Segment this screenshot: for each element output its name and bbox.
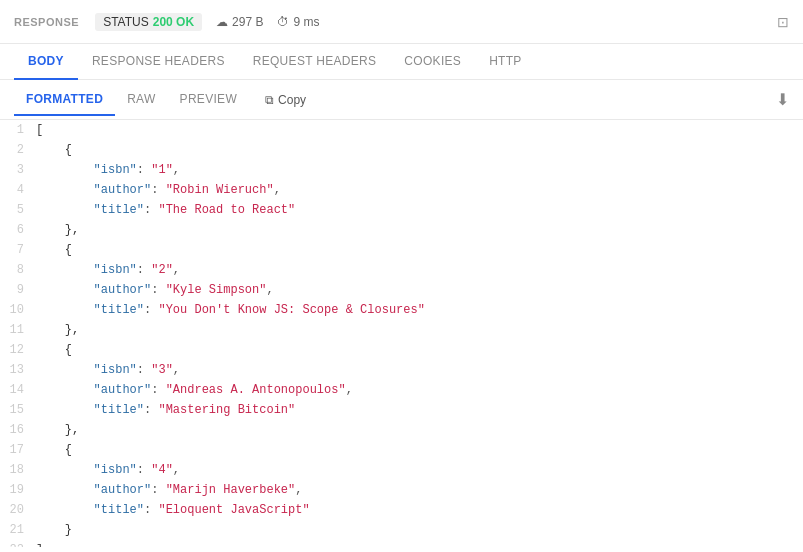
- line-number: 9: [0, 280, 36, 300]
- status-label: STATUS: [103, 15, 149, 29]
- size-value: 297 B: [232, 15, 263, 29]
- json-string: "1": [151, 163, 173, 177]
- line-number: 12: [0, 340, 36, 360]
- cloud-icon: ☁: [216, 15, 228, 29]
- tab-cookies[interactable]: COOKIES: [390, 44, 475, 80]
- tab-http[interactable]: HTTP: [475, 44, 536, 80]
- json-bracket: },: [65, 423, 79, 437]
- sub-tabs: FORMATTED RAW PREVIEW ⧉ Copy ⬇: [0, 80, 803, 120]
- code-line: 20 "title": "Eloquent JavaScript": [0, 500, 803, 520]
- line-number: 11: [0, 320, 36, 340]
- json-punct: :: [151, 383, 165, 397]
- line-number: 18: [0, 460, 36, 480]
- size-info: ☁ 297 B: [216, 15, 263, 29]
- code-line: 14 "author": "Andreas A. Antonopoulos",: [0, 380, 803, 400]
- code-line: 10 "title": "You Don't Know JS: Scope & …: [0, 300, 803, 320]
- json-punct: [36, 523, 65, 537]
- expand-button[interactable]: ⊡: [777, 14, 789, 30]
- time-info: ⏱ 9 ms: [277, 15, 319, 29]
- json-punct: [36, 303, 94, 317]
- code-line: 16 },: [0, 420, 803, 440]
- code-line: 13 "isbn": "3",: [0, 360, 803, 380]
- json-string: "4": [151, 463, 173, 477]
- copy-label: Copy: [278, 93, 306, 107]
- line-content: "author": "Marijn Haverbeke",: [36, 480, 803, 500]
- json-bracket: ]: [36, 543, 43, 547]
- tab-response-headers[interactable]: RESPONSE HEADERS: [78, 44, 239, 80]
- json-bracket: {: [65, 243, 72, 257]
- line-number: 15: [0, 400, 36, 420]
- line-content: "author": "Kyle Simpson",: [36, 280, 803, 300]
- line-content: },: [36, 220, 803, 240]
- line-number: 14: [0, 380, 36, 400]
- json-punct: ,: [173, 363, 180, 377]
- json-key: "isbn": [94, 263, 137, 277]
- status-badge: STATUS 200 OK: [95, 13, 202, 31]
- json-punct: ,: [173, 163, 180, 177]
- json-key: "author": [94, 483, 152, 497]
- json-string: "You Don't Know JS: Scope & Closures": [158, 303, 424, 317]
- main-tabs: BODY RESPONSE HEADERS REQUEST HEADERS CO…: [0, 44, 803, 80]
- json-punct: [36, 203, 94, 217]
- json-punct: [36, 423, 65, 437]
- json-string: "Mastering Bitcoin": [158, 403, 295, 417]
- tab-body[interactable]: BODY: [14, 44, 78, 80]
- json-punct: :: [137, 163, 151, 177]
- json-punct: [36, 283, 94, 297]
- json-key: "title": [94, 303, 144, 317]
- meta-info: ☁ 297 B ⏱ 9 ms: [216, 15, 319, 29]
- subtab-preview[interactable]: PREVIEW: [168, 84, 249, 116]
- line-content: "title": "You Don't Know JS: Scope & Clo…: [36, 300, 803, 320]
- json-punct: :: [151, 483, 165, 497]
- json-punct: [36, 143, 65, 157]
- line-content: "isbn": "1",: [36, 160, 803, 180]
- json-key: "title": [94, 403, 144, 417]
- code-line: 9 "author": "Kyle Simpson",: [0, 280, 803, 300]
- json-bracket: {: [65, 143, 72, 157]
- code-line: 22]: [0, 540, 803, 547]
- json-string: "Kyle Simpson": [166, 283, 267, 297]
- code-line: 15 "title": "Mastering Bitcoin": [0, 400, 803, 420]
- code-line: 19 "author": "Marijn Haverbeke",: [0, 480, 803, 500]
- json-punct: :: [144, 503, 158, 517]
- json-punct: [36, 323, 65, 337]
- tab-request-headers[interactable]: REQUEST HEADERS: [239, 44, 391, 80]
- json-bracket: [: [36, 123, 43, 137]
- code-line: 5 "title": "The Road to React": [0, 200, 803, 220]
- code-line: 18 "isbn": "4",: [0, 460, 803, 480]
- code-line: 8 "isbn": "2",: [0, 260, 803, 280]
- line-content: "title": "Mastering Bitcoin": [36, 400, 803, 420]
- line-number: 16: [0, 420, 36, 440]
- line-content: "author": "Robin Wieruch",: [36, 180, 803, 200]
- json-bracket: },: [65, 223, 79, 237]
- json-punct: :: [144, 303, 158, 317]
- line-content: "title": "Eloquent JavaScript": [36, 500, 803, 520]
- code-line: 6 },: [0, 220, 803, 240]
- json-punct: [36, 383, 94, 397]
- copy-button[interactable]: ⧉ Copy: [257, 89, 314, 111]
- json-key: "title": [94, 503, 144, 517]
- line-content: }: [36, 520, 803, 540]
- line-number: 22: [0, 540, 36, 547]
- json-key: "isbn": [94, 463, 137, 477]
- subtab-raw[interactable]: RAW: [115, 84, 167, 116]
- json-punct: :: [137, 363, 151, 377]
- json-punct: [36, 163, 94, 177]
- clock-icon: ⏱: [277, 15, 289, 29]
- line-number: 10: [0, 300, 36, 320]
- json-string: "Eloquent JavaScript": [158, 503, 309, 517]
- line-content: "title": "The Road to React": [36, 200, 803, 220]
- json-punct: ,: [274, 183, 281, 197]
- status-code: 200 OK: [153, 15, 194, 29]
- json-punct: :: [137, 463, 151, 477]
- json-punct: ,: [266, 283, 273, 297]
- json-punct: [36, 403, 94, 417]
- code-line: 2 {: [0, 140, 803, 160]
- subtab-formatted[interactable]: FORMATTED: [14, 84, 115, 116]
- json-key: "isbn": [94, 163, 137, 177]
- download-button[interactable]: ⬇: [776, 90, 789, 109]
- json-key: "author": [94, 283, 152, 297]
- code-area[interactable]: 1[2 {3 "isbn": "1",4 "author": "Robin Wi…: [0, 120, 803, 547]
- json-punct: [36, 183, 94, 197]
- line-number: 3: [0, 160, 36, 180]
